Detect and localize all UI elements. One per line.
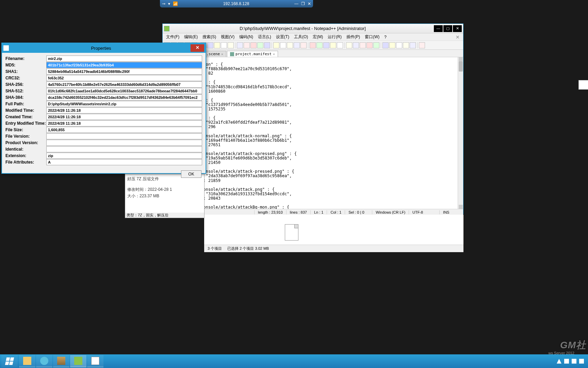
property-value[interactable]: zip	[46, 153, 202, 159]
menu-item[interactable]: 设置(T)	[274, 33, 291, 41]
toolbar-button[interactable]	[382, 42, 389, 48]
property-value[interactable]: 2022/4/28 11:26:18	[46, 107, 202, 113]
property-row: Extension:zip	[5, 153, 202, 159]
scroll-up-icon[interactable]	[459, 57, 463, 61]
close-icon[interactable]: ✕	[308, 1, 311, 6]
toolbar-button[interactable]	[366, 42, 373, 48]
tab-close-icon[interactable]: ✕	[221, 52, 223, 56]
toolbar-button[interactable]	[373, 42, 379, 48]
code-area[interactable]: { "Baunch.json" : { "md5" : "f88b38db907…	[175, 57, 458, 209]
property-value[interactable]: D:\phpStudy\WWW\assets\res\mir2.zip	[46, 101, 202, 107]
menu-item[interactable]: 视图(V)	[219, 33, 236, 41]
tray-flag-icon[interactable]	[564, 359, 569, 364]
toolbar-button[interactable]	[403, 42, 409, 48]
toolbar-button[interactable]	[273, 42, 279, 48]
property-value[interactable]: 2022/4/28 11:26:18	[46, 120, 202, 126]
menu-item[interactable]: 搜索(S)	[200, 33, 218, 41]
property-value[interactable]: 401b71c13facf23b5131e29ea3b935b4	[46, 62, 202, 68]
pin-icon[interactable]: ⊸	[162, 1, 165, 6]
menu-item[interactable]: 文件(F)	[164, 33, 181, 41]
property-value[interactable]: 1,600,855	[46, 127, 202, 133]
toolbar-button[interactable]	[300, 42, 307, 48]
editor-tab[interactable]: project.manifest✕	[227, 51, 278, 57]
toolbar-button[interactable]	[389, 42, 395, 48]
notepadpp-editor[interactable]: 28 29 30 31 32 33 34 35 { "Baunch.json" …	[163, 57, 463, 209]
property-value[interactable]: A	[46, 159, 202, 165]
menu-item[interactable]: 插件(P)	[344, 33, 362, 41]
property-value[interactable]	[46, 146, 202, 152]
toolbar-button[interactable]	[346, 42, 352, 48]
toolbar-button[interactable]	[310, 42, 316, 48]
toolbar-button[interactable]	[316, 42, 323, 48]
toolbar-button[interactable]	[257, 42, 263, 48]
property-value[interactable]: 52884eb98a514a54179eadb6146bf088f88c290f	[46, 68, 202, 75]
property-value[interactable]: mir2.zip	[46, 56, 202, 62]
thumbtack-icon[interactable]: ▾	[168, 1, 170, 6]
properties-titlebar[interactable]: Properties ✕	[2, 43, 206, 53]
maximize-button[interactable]: ▢	[443, 25, 452, 32]
toolbar-button[interactable]	[410, 42, 416, 48]
dialog-icon	[3, 45, 9, 51]
close-button[interactable]: ✕	[453, 25, 462, 32]
toolbar-button[interactable]	[207, 42, 213, 48]
property-value[interactable]	[46, 133, 202, 139]
explorer-item-count: 3 个项目	[208, 246, 222, 251]
scroll-thumb[interactable]	[459, 61, 463, 72]
taskbar-item-notepad[interactable]	[87, 355, 103, 367]
toolbar-button[interactable]	[214, 42, 220, 48]
minimize-icon[interactable]: —	[294, 1, 298, 6]
menu-item[interactable]: 窗口(W)	[363, 33, 381, 41]
toolbar-button[interactable]	[250, 42, 257, 48]
toolbar-button[interactable]	[228, 42, 234, 48]
property-label: MD5:	[5, 63, 46, 67]
toolbar-button[interactable]	[360, 42, 366, 48]
remote-connection-bar: ⊸ ▾ 📶 192.168.8.128 — ❐ ✕	[160, 0, 313, 7]
toolbar-button[interactable]	[337, 42, 343, 48]
tray-network-icon[interactable]	[572, 359, 576, 364]
scroll-down-icon[interactable]	[459, 205, 463, 209]
property-value[interactable]: 01fc1d06c682fc1aad1ee1a93dcd5e628ce10033…	[46, 88, 202, 94]
restore-icon[interactable]: ❐	[301, 1, 305, 6]
status-col: Col : 1	[327, 210, 345, 214]
ok-button[interactable]: OK	[181, 170, 201, 178]
menu-close-icon[interactable]: ✕	[454, 34, 462, 40]
taskbar-item-archiver[interactable]	[53, 355, 69, 367]
toolbar-button[interactable]	[280, 42, 286, 48]
taskbar-item-explorer[interactable]	[19, 355, 35, 367]
toolbar-button[interactable]	[294, 42, 300, 48]
property-value[interactable]: dca158c742d603552102f46c32ed21dac63dfcc7…	[46, 94, 202, 101]
minimize-button[interactable]: —	[434, 25, 443, 32]
toolbar-button[interactable]	[237, 42, 243, 48]
notepadpp-menubar: 文件(F)编辑(E)搜索(S)视图(V)编码(N)语言(L)设置(T)工具(O)…	[163, 33, 463, 41]
menu-item[interactable]: 工具(O)	[292, 33, 310, 41]
property-value[interactable]: fe63c352	[46, 75, 202, 81]
tray-volume-icon[interactable]	[579, 359, 584, 364]
start-button[interactable]	[1, 355, 18, 367]
toolbar-button[interactable]	[353, 42, 359, 48]
toolbar-button[interactable]	[396, 42, 402, 48]
toolbar-button[interactable]	[244, 42, 250, 48]
property-value[interactable]: 2022/4/28 11:26:18	[46, 114, 202, 120]
taskbar-item-notepadpp[interactable]	[70, 355, 86, 367]
toolbar-button[interactable]	[330, 42, 336, 48]
property-value[interactable]	[46, 140, 202, 146]
menu-item[interactable]: 宏(M)	[311, 33, 325, 41]
toolbar-button[interactable]	[264, 42, 270, 48]
menu-item[interactable]: 运行(R)	[326, 33, 344, 41]
menu-item[interactable]: 编码(N)	[237, 33, 255, 41]
taskbar-item-app[interactable]	[36, 355, 52, 367]
toolbar-button[interactable]	[323, 42, 329, 48]
toolbar-button[interactable]	[287, 42, 293, 48]
tab-close-icon[interactable]: ✕	[273, 52, 275, 56]
menu-item[interactable]: 编辑(E)	[182, 33, 200, 41]
menu-item[interactable]: 语言(L)	[256, 33, 273, 41]
vertical-scrollbar[interactable]	[458, 57, 463, 209]
file-icon[interactable]	[283, 222, 300, 243]
close-button[interactable]: ✕	[191, 44, 204, 52]
notepadpp-titlebar[interactable]: D:\phpStudy\WWW\project.manifest - Notep…	[163, 24, 463, 33]
property-value[interactable]: 4a5760c2177be40fc1b88e2e57e2625ea463333d…	[46, 81, 202, 88]
menu-item[interactable]: ?	[382, 34, 389, 40]
tray-arrow-icon[interactable]	[557, 359, 561, 364]
toolbar-button[interactable]	[419, 42, 425, 48]
toolbar-button[interactable]	[221, 42, 227, 48]
